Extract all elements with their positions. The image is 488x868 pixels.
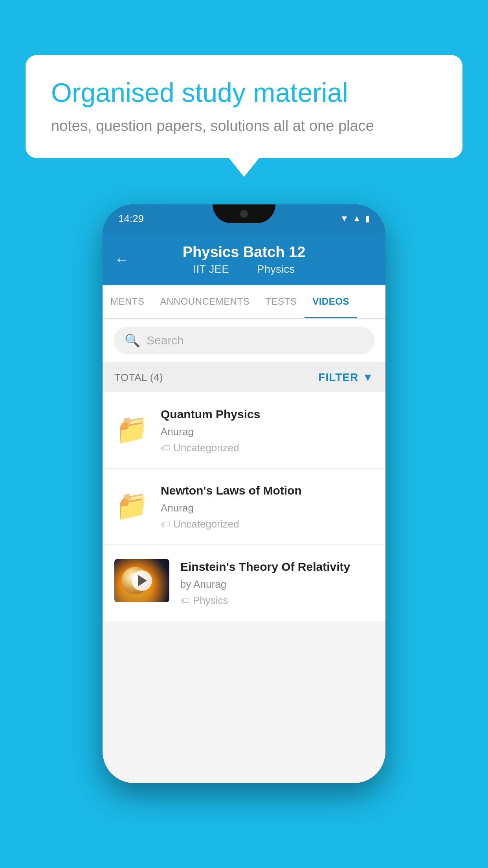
battery-icon: ▮: [365, 213, 370, 224]
double-folder-icon: 📁 📁: [116, 489, 148, 519]
phone-notch: [213, 204, 275, 223]
subtitle-physics: Physics: [257, 263, 295, 275]
tag-label: Physics: [193, 594, 228, 607]
tag-label: Uncategorized: [173, 518, 239, 530]
play-icon: [138, 575, 147, 586]
video-info-newton: Newton's Laws of Motion Anurag 🏷 Uncateg…: [161, 483, 374, 530]
play-button[interactable]: [132, 570, 152, 591]
folder-icon-quantum: 📁 📁: [114, 410, 150, 445]
folder-front-icon: 📁: [116, 494, 147, 522]
search-bar[interactable]: 🔍 Search: [114, 327, 374, 354]
video-info-quantum: Quantum Physics Anurag 🏷 Uncategorized: [161, 406, 374, 454]
header-subtitle: IIT JEE Physics: [137, 263, 351, 276]
camera: [240, 210, 248, 218]
video-author: Anurag: [161, 502, 374, 514]
bubble-title: Organised study material: [51, 77, 437, 109]
filter-label: FILTER: [318, 371, 358, 384]
video-title: Einstein's Theory Of Relativity: [180, 559, 374, 574]
tag-icon: 🏷: [161, 443, 170, 454]
search-placeholder: Search: [147, 334, 184, 347]
speech-bubble-container: Organised study material notes, question…: [26, 55, 462, 158]
double-folder-icon: 📁 📁: [116, 413, 148, 442]
tab-bar: MENTS ANNOUNCEMENTS TESTS VIDEOS: [103, 285, 385, 319]
folder-front-icon: 📁: [116, 417, 147, 446]
wifi-icon: ▼: [340, 213, 349, 224]
search-icon: 🔍: [125, 333, 140, 348]
search-container: 🔍 Search: [103, 319, 385, 362]
video-tag: 🏷 Uncategorized: [161, 518, 374, 530]
status-icons: ▼ ▲ ▮: [340, 213, 370, 224]
subtitle-iit: IIT JEE: [193, 263, 229, 275]
phone-frame: 14:29 ▼ ▲ ▮ ← Physics Batch 12 IIT JEE: [103, 204, 385, 783]
list-item[interactable]: 📁 📁 Newton's Laws of Motion Anurag 🏷 Unc…: [103, 469, 385, 545]
video-tag: 🏷 Uncategorized: [161, 442, 374, 454]
tag-label: Uncategorized: [173, 442, 239, 454]
phone-wrapper: 14:29 ▼ ▲ ▮ ← Physics Batch 12 IIT JEE: [103, 204, 385, 783]
app-header: ← Physics Batch 12 IIT JEE Physics: [103, 233, 385, 285]
video-author: Anurag: [161, 426, 374, 438]
video-tag: 🏷 Physics: [180, 594, 374, 607]
video-title: Newton's Laws of Motion: [161, 483, 374, 498]
tab-ments[interactable]: MENTS: [103, 285, 152, 318]
list-item[interactable]: Einstein's Theory Of Relativity by Anura…: [103, 545, 385, 621]
header-title-area: Physics Batch 12 IIT JEE Physics: [137, 244, 351, 276]
list-item[interactable]: 📁 📁 Quantum Physics Anurag 🏷 Uncategoriz…: [103, 392, 385, 469]
status-bar: 14:29 ▼ ▲ ▮: [103, 204, 385, 233]
status-time: 14:29: [118, 213, 144, 225]
video-info-einstein: Einstein's Theory Of Relativity by Anura…: [180, 559, 374, 607]
tab-tests[interactable]: TESTS: [257, 285, 305, 318]
filter-icon: ▼: [362, 371, 374, 384]
tab-announcements[interactable]: ANNOUNCEMENTS: [152, 285, 258, 318]
video-title: Quantum Physics: [161, 406, 374, 422]
tag-icon: 🏷: [180, 595, 190, 606]
video-list: 📁 📁 Quantum Physics Anurag 🏷 Uncategoriz…: [103, 392, 385, 621]
video-author: by Anurag: [180, 578, 374, 590]
filter-bar: TOTAL (4) FILTER ▼: [103, 362, 385, 392]
folder-icon-newton: 📁 📁: [114, 486, 150, 521]
speech-bubble: Organised study material notes, question…: [26, 55, 462, 158]
subtitle-sep: [238, 263, 248, 275]
back-button[interactable]: ←: [114, 251, 129, 268]
tab-videos[interactable]: VIDEOS: [305, 285, 357, 318]
tag-icon: 🏷: [161, 519, 170, 530]
bubble-subtitle: notes, question papers, solutions all at…: [51, 118, 437, 134]
signal-icon: ▲: [352, 213, 361, 224]
thumbnail-bg: [114, 559, 169, 602]
total-count: TOTAL (4): [114, 371, 163, 384]
phone-screen: ← Physics Batch 12 IIT JEE Physics MENTS: [103, 233, 385, 783]
filter-button[interactable]: FILTER ▼: [318, 371, 374, 384]
header-title: Physics Batch 12: [137, 244, 351, 261]
video-thumbnail-einstein: [114, 559, 169, 602]
